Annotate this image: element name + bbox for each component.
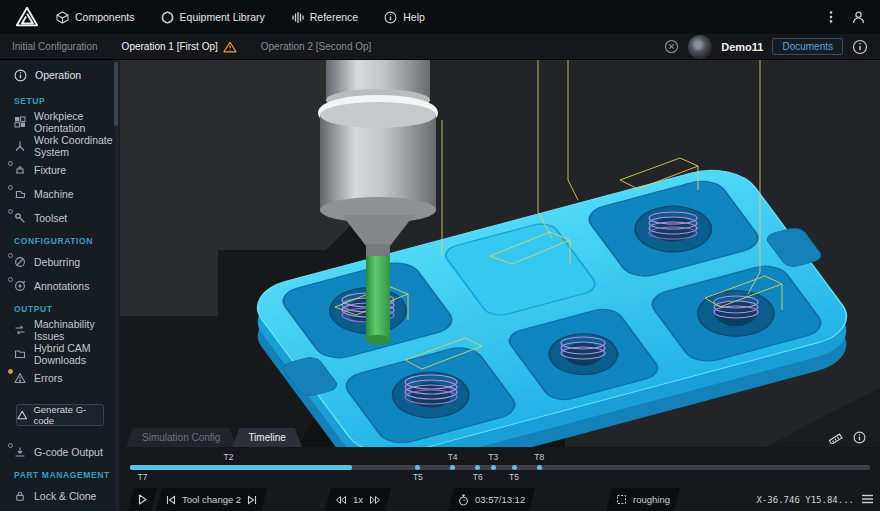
brand-logo-icon[interactable] bbox=[14, 5, 40, 29]
sidebar-item-annotations[interactable]: Annotations bbox=[0, 274, 120, 298]
generate-gcode-logo-icon bbox=[17, 410, 27, 420]
annotations-icon bbox=[14, 280, 26, 292]
marker-label: T5 bbox=[413, 472, 423, 482]
nav-item-help[interactable]: Help bbox=[384, 11, 425, 24]
marker-dot bbox=[415, 465, 420, 470]
reference-waveform-icon bbox=[291, 11, 304, 24]
timeline-track[interactable]: T7T2T5T4T6T3T5T8 bbox=[130, 465, 870, 470]
timeline-marker[interactable]: T5 bbox=[507, 464, 521, 470]
play-button[interactable] bbox=[128, 488, 157, 511]
operation-region-icon bbox=[616, 494, 627, 505]
warning-icon bbox=[223, 41, 237, 53]
sidebar-item-machine[interactable]: Machine bbox=[0, 182, 120, 206]
sidebar-item-workpiece-orientation[interactable]: Workpiece Orientation bbox=[0, 110, 120, 134]
sidebar-item-label: Lock & Clone bbox=[34, 490, 96, 502]
toolset-wrench-icon bbox=[14, 212, 26, 224]
workpiece-orientation-icon bbox=[14, 116, 26, 128]
stopwatch-icon bbox=[458, 494, 469, 506]
deburring-icon bbox=[14, 256, 26, 268]
sidebar-item-label: Annotations bbox=[34, 280, 89, 292]
marker-label: T8 bbox=[534, 452, 544, 462]
timeline-marker[interactable]: T8 bbox=[532, 464, 546, 470]
tab-label: Operation 1 [First Op] bbox=[122, 41, 218, 52]
marker-label: T7 bbox=[138, 472, 148, 482]
generate-gcode-label: Generate G-code bbox=[33, 404, 103, 426]
sidebar-item-label: Machine bbox=[34, 188, 74, 200]
kebab-menu-icon[interactable] bbox=[825, 10, 837, 24]
sidebar-item-label: G-code Output bbox=[34, 446, 103, 458]
slow-down-icon[interactable] bbox=[335, 495, 347, 505]
tab-initial-configuration[interactable]: Initial Configuration bbox=[0, 34, 110, 59]
sidebar-item-label: Errors bbox=[34, 372, 63, 384]
nav-label: Equipment Library bbox=[180, 11, 265, 23]
timeline-marker[interactable]: T5 bbox=[411, 464, 425, 470]
sidebar-item-deburring[interactable]: Deburring bbox=[0, 250, 120, 274]
close-circle-icon[interactable] bbox=[664, 39, 679, 54]
user-account-icon[interactable] bbox=[851, 10, 866, 25]
prev-tool-change-icon[interactable] bbox=[166, 495, 176, 505]
viewport-info-icon[interactable] bbox=[853, 431, 866, 444]
machinability-issues-icon bbox=[14, 324, 26, 336]
measure-ruler-icon[interactable] bbox=[828, 431, 843, 444]
timeline-marker[interactable]: T3 bbox=[486, 464, 500, 470]
marker-dot bbox=[450, 465, 455, 470]
generate-gcode-button[interactable]: Generate G-code bbox=[16, 404, 104, 426]
tab-operation-1[interactable]: Operation 1 [First Op] bbox=[110, 34, 249, 59]
sidebar-item-machinability-issues[interactable]: Machinability Issues bbox=[0, 318, 120, 342]
speed-control[interactable]: 1x bbox=[325, 488, 391, 511]
tab-operation-2[interactable]: Operation 2 [Second Op] bbox=[249, 34, 384, 59]
tool-change-stepper[interactable]: Tool change 2 bbox=[156, 488, 267, 511]
marker-label: T5 bbox=[509, 472, 519, 482]
operation-tab-bar: Initial Configuration Operation 1 [First… bbox=[0, 34, 880, 60]
speed-up-icon[interactable] bbox=[369, 495, 381, 505]
timeline-marker[interactable]: T6 bbox=[471, 464, 485, 470]
sidebar-item-gcode-output[interactable]: G-code Output bbox=[0, 440, 120, 464]
errors-warning-icon bbox=[14, 372, 26, 384]
section-title-setup: SETUP bbox=[0, 90, 120, 110]
documents-button[interactable]: Documents bbox=[772, 38, 843, 55]
marker-label: T6 bbox=[473, 472, 483, 482]
sidebar-item-errors[interactable]: Errors bbox=[0, 366, 120, 390]
sidebar-item-toolset[interactable]: Toolset bbox=[0, 206, 120, 230]
sidebar-scrollbar[interactable] bbox=[115, 60, 119, 511]
machine-icon bbox=[14, 188, 26, 200]
sidebar-item-label: Work Coordinate System bbox=[34, 134, 120, 158]
sidebar-item-fixture[interactable]: Fixture bbox=[0, 158, 120, 182]
marker-dot bbox=[537, 465, 542, 470]
info-circle-icon[interactable] bbox=[852, 39, 868, 55]
nav-item-components[interactable]: Components bbox=[56, 11, 135, 24]
marker-label: T4 bbox=[448, 452, 458, 462]
tab-simulation-config[interactable]: Simulation Config bbox=[126, 428, 236, 447]
tab-timeline[interactable]: Timeline bbox=[232, 428, 301, 447]
timeline-panel: T7T2T5T4T6T3T5T8 bbox=[120, 447, 880, 488]
nav-item-equipment-library[interactable]: Equipment Library bbox=[161, 11, 265, 24]
sync-badge bbox=[8, 253, 13, 258]
simulation-control-bar: Tool change 2 1x 03:57/13:12 bbox=[120, 488, 880, 511]
sidebar-operation-header[interactable]: Operation bbox=[0, 60, 120, 90]
sidebar-item-work-coordinate-system[interactable]: Work Coordinate System bbox=[0, 134, 120, 158]
marker-dot bbox=[140, 465, 145, 470]
current-operation[interactable]: roughing bbox=[606, 488, 680, 511]
coordinates-menu-icon[interactable] bbox=[861, 493, 874, 505]
nav-item-reference[interactable]: Reference bbox=[291, 11, 358, 24]
play-icon bbox=[138, 494, 147, 505]
part-thumbnail[interactable] bbox=[688, 35, 712, 59]
marker-label: T3 bbox=[488, 452, 498, 462]
sync-badge bbox=[8, 209, 13, 214]
sync-badge bbox=[8, 161, 13, 166]
tab-label: Initial Configuration bbox=[12, 41, 98, 52]
section-title-part-management: PART MANAGEMENT bbox=[0, 464, 120, 484]
sidebar-item-label: Fixture bbox=[34, 164, 66, 176]
timeline-marker[interactable]: T7 bbox=[136, 464, 150, 470]
timeline-marker[interactable]: T2 bbox=[221, 464, 235, 470]
sync-badge bbox=[8, 277, 13, 282]
components-icon bbox=[56, 11, 69, 24]
timeline-marker[interactable]: T4 bbox=[446, 464, 460, 470]
fixture-icon bbox=[14, 164, 26, 176]
marker-label: T2 bbox=[223, 452, 233, 462]
sidebar-item-lock-clone[interactable]: Lock & Clone bbox=[0, 484, 120, 508]
next-tool-change-icon[interactable] bbox=[247, 495, 257, 505]
download-icon bbox=[14, 446, 26, 458]
sidebar-item-hybrid-cam-downloads[interactable]: Hybrid CAM Downloads bbox=[0, 342, 120, 366]
nav-label: Help bbox=[403, 11, 425, 23]
